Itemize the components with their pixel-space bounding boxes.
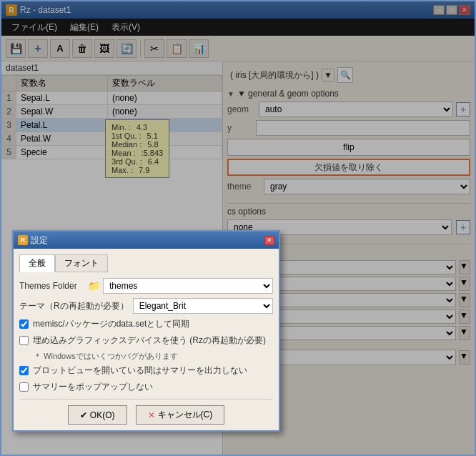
- tab-font[interactable]: フォント: [55, 254, 108, 272]
- cancel-button[interactable]: ✕ キャンセル(C): [136, 405, 225, 425]
- checkbox-row-1: memisc/パッケージのdata.setとして同期: [19, 318, 273, 330]
- checkbox-embedded-graphics-label: 埋め込みグラフィックスデバイスを使う (Rzの再起動が必要): [33, 334, 273, 347]
- themes-folder-row: Themes Folder 📁 themes: [19, 278, 273, 294]
- checkbox-no-summary-label: プロットビューを開いている間はサマリーを出力しない: [33, 365, 273, 377]
- checkbox-no-summary-while-open[interactable]: [19, 366, 29, 375]
- dialog-icon: R: [18, 235, 28, 245]
- checkbox-row-2: 埋め込みグラフィックスデバイスを使う (Rzの再起動が必要): [19, 334, 273, 347]
- checkbox-memisc-label: memisc/パッケージのdata.setとして同期: [33, 318, 273, 330]
- settings-dialog: R 設定 ✕ 全般 フォント Themes Folder 📁: [12, 230, 280, 432]
- dialog-tabs: 全般 フォント: [19, 254, 273, 272]
- themes-folder-select[interactable]: themes: [103, 278, 273, 294]
- ok-button[interactable]: ✔ OK(O): [68, 405, 127, 425]
- checkbox-memisc[interactable]: [19, 319, 29, 329]
- checkbox-no-popup[interactable]: [19, 382, 29, 392]
- checkbox-row-3: プロットビューを開いている間はサマリーを出力しない: [19, 365, 273, 377]
- tab-general[interactable]: 全般: [19, 254, 55, 272]
- themes-folder-label: Themes Folder: [19, 281, 84, 291]
- dialog-title: 設定: [31, 234, 48, 247]
- dialog-body: 全般 フォント Themes Folder 📁 themes テーマ（Rの再起: [14, 249, 279, 430]
- ok-label: OK(O): [90, 410, 115, 420]
- theme-setting-select[interactable]: Elegant_Brit: [133, 298, 273, 314]
- sub-note-windows: ＊ Windowsではいくつかバグがあります: [34, 351, 273, 362]
- dialog-close-button[interactable]: ✕: [264, 236, 274, 245]
- checkbox-no-popup-label: サマリーをポップアップしない: [33, 381, 273, 393]
- cancel-label: キャンセル(C): [158, 409, 213, 421]
- dialog-buttons: ✔ OK(O) ✕ キャンセル(C): [19, 399, 273, 425]
- modal-overlay: R 設定 ✕ 全般 フォント Themes Folder 📁: [1, 1, 475, 455]
- checkbox-row-4: サマリーをポップアップしない: [19, 381, 273, 393]
- ok-icon: ✔: [80, 410, 87, 420]
- checkbox-embedded-graphics[interactable]: [19, 336, 29, 345]
- main-window: R Rz - dataset1 ─ □ ✕ ファイル(E) 編集(E) 表示(V…: [0, 0, 476, 456]
- dialog-title-bar: R 設定 ✕: [14, 232, 279, 249]
- theme-setting-label: テーマ（Rの再起動が必要）: [19, 300, 129, 312]
- cancel-icon: ✕: [148, 410, 155, 420]
- theme-row: テーマ（Rの再起動が必要） Elegant_Brit: [19, 298, 273, 314]
